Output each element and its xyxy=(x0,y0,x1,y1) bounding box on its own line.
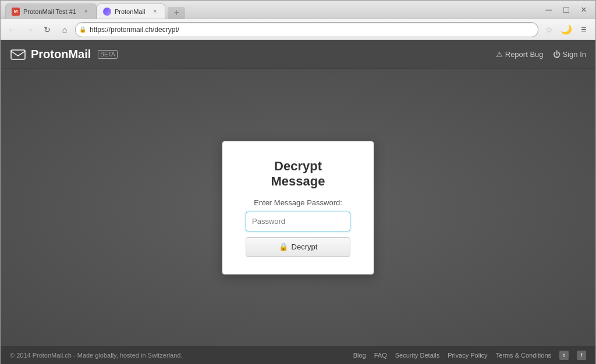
beta-badge: BETA xyxy=(98,50,117,59)
protonmail-logo-icon xyxy=(10,47,26,63)
theme-icon: 🌙 xyxy=(560,24,572,35)
minimize-button[interactable]: ─ xyxy=(542,3,556,17)
gmail-tab-close[interactable]: × xyxy=(82,8,90,16)
menu-icon: ≡ xyxy=(581,24,586,35)
logo-text: ProtonMail xyxy=(31,48,91,61)
back-button[interactable]: ← xyxy=(5,23,19,37)
maximize-button[interactable]: □ xyxy=(559,3,573,17)
facebook-icon[interactable]: f xyxy=(577,351,586,360)
protonmail-tab-close[interactable]: × xyxy=(151,8,159,16)
tab-gmail[interactable]: M ProtonMail Test #1 × xyxy=(5,3,97,19)
decrypt-button[interactable]: 🔒 Decrypt xyxy=(246,237,350,257)
twitter-icon[interactable]: t xyxy=(559,351,569,360)
reload-button[interactable]: ↻ xyxy=(40,23,54,37)
footer-terms-link[interactable]: Terms & Conditions xyxy=(496,352,551,359)
home-icon: ⌂ xyxy=(62,25,67,34)
window-controls: ─ □ × xyxy=(542,3,591,17)
close-window-button[interactable]: × xyxy=(577,3,591,17)
browser-menu-button[interactable]: ≡ xyxy=(577,23,591,37)
address-bar[interactable]: 🔒 https://protonmail.ch/decrypt/ xyxy=(75,22,538,37)
tabs-container: M ProtonMail Test #1 × ProtonMail × + xyxy=(5,1,537,19)
app-logo: ProtonMail BETA xyxy=(10,47,118,63)
footer-copyright: © 2014 ProtonMail.ch - Made globally, ho… xyxy=(10,352,353,359)
gmail-icon: M xyxy=(12,8,20,16)
ssl-lock-icon: 🔒 xyxy=(79,26,86,33)
home-button[interactable]: ⌂ xyxy=(58,23,72,37)
navbar: ← → ↻ ⌂ 🔒 https://protonmail.ch/decrypt/… xyxy=(1,19,595,40)
address-url: https://protonmail.ch/decrypt/ xyxy=(90,26,179,34)
bookmark-button[interactable]: ☆ xyxy=(542,23,556,37)
footer-security-link[interactable]: Security Details xyxy=(395,352,439,359)
star-icon: ☆ xyxy=(545,25,553,34)
new-tab-button[interactable]: + xyxy=(168,7,185,19)
sign-in-button[interactable]: ⏻ Sign In xyxy=(553,50,586,59)
gmail-tab-label: ProtonMail Test #1 xyxy=(23,8,76,15)
decrypt-card: Decrypt Message Enter Message Password: … xyxy=(222,141,374,274)
lock-icon: 🔒 xyxy=(279,242,288,251)
main-content: Decrypt Message Enter Message Password: … xyxy=(1,69,595,346)
warning-icon: ⚠ xyxy=(496,50,503,59)
svg-rect-0 xyxy=(11,50,25,59)
tab-protonmail[interactable]: ProtonMail × xyxy=(97,3,166,19)
app-header: ProtonMail BETA ⚠ Report Bug ⏻ Sign In xyxy=(1,40,595,69)
report-bug-button[interactable]: ⚠ Report Bug xyxy=(496,50,544,59)
footer-blog-link[interactable]: Blog xyxy=(353,352,366,359)
footer-privacy-link[interactable]: Privacy Policy xyxy=(448,352,487,359)
reload-icon: ↻ xyxy=(44,25,51,34)
report-bug-label: Report Bug xyxy=(505,50,544,59)
browser-theme-button[interactable]: 🌙 xyxy=(559,23,573,37)
power-icon: ⏻ xyxy=(553,50,560,59)
header-actions: ⚠ Report Bug ⏻ Sign In xyxy=(496,50,586,59)
sign-in-label: Sign In xyxy=(563,50,586,59)
password-label: Enter Message Password: xyxy=(246,198,350,207)
tab-bar: M ProtonMail Test #1 × ProtonMail × + ─ … xyxy=(1,1,595,19)
forward-icon: → xyxy=(26,25,34,34)
decrypt-title: Decrypt Message xyxy=(246,159,350,189)
forward-button[interactable]: → xyxy=(23,23,37,37)
protonmail-tab-label: ProtonMail xyxy=(115,8,146,15)
password-input[interactable] xyxy=(246,212,350,231)
proton-tab-icon xyxy=(103,8,111,16)
footer-links: Blog FAQ Security Details Privacy Policy… xyxy=(353,351,586,360)
browser-window: M ProtonMail Test #1 × ProtonMail × + ─ … xyxy=(0,0,596,364)
decrypt-button-label: Decrypt xyxy=(292,242,318,251)
back-icon: ← xyxy=(8,25,16,34)
footer-faq-link[interactable]: FAQ xyxy=(374,352,387,359)
app-footer: © 2014 ProtonMail.ch - Made globally, ho… xyxy=(1,346,595,364)
